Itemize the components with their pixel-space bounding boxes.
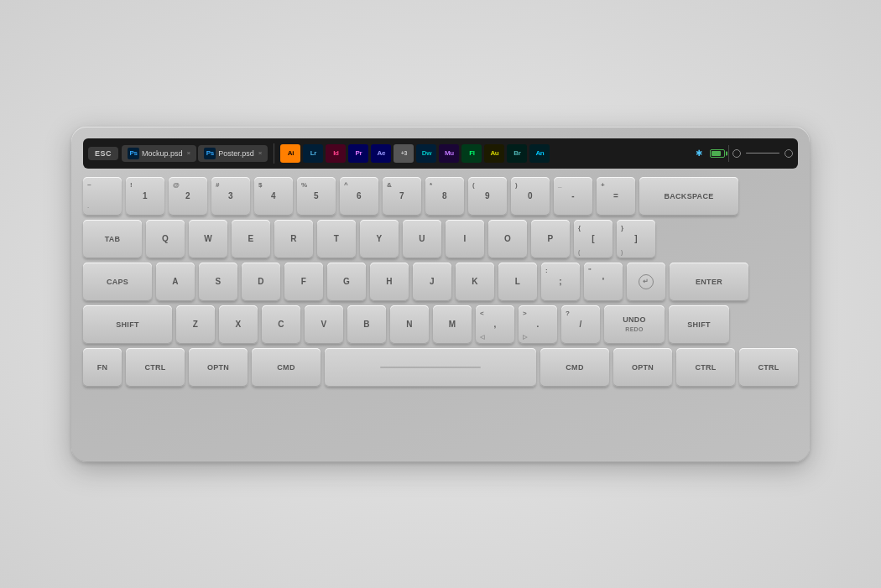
key-1[interactable]: !1	[126, 177, 164, 216]
key-optn-left[interactable]: OPTN	[189, 348, 248, 387]
app-flash-icon[interactable]: Fl	[461, 144, 482, 163]
esc-key[interactable]: ESC	[88, 147, 118, 160]
photoshop-icon: Ps	[128, 148, 139, 159]
tab-label: Mockup.psd	[142, 149, 183, 158]
tb-separator	[728, 145, 729, 162]
app-more-icon[interactable]: +3	[394, 144, 414, 163]
key-0[interactable]: )0	[511, 177, 550, 216]
key-u[interactable]: U	[403, 220, 441, 258]
enter-circle-icon: ↵	[639, 274, 654, 289]
key-ctrl-left[interactable]: CTRL	[126, 348, 185, 387]
app-lightroom-icon[interactable]: Lr	[303, 144, 323, 163]
divider	[274, 143, 274, 164]
app-animate-icon[interactable]: An	[529, 144, 550, 163]
a-row: CAPS A S D F G H J K L :; "' ↵ ENTER	[83, 263, 798, 301]
key-2[interactable]: @2	[169, 177, 207, 216]
brightness-controls	[732, 149, 793, 158]
key-comma[interactable]: <,◁	[476, 305, 514, 344]
key-tab[interactable]: TAB	[83, 220, 142, 258]
key-x[interactable]: X	[219, 305, 258, 344]
app-indesign-icon[interactable]: Id	[326, 144, 346, 163]
key-bracket-close[interactable]: }])	[617, 220, 655, 258]
keyboard: ESC Ps Mockup.psd × Ps Poster.psd × Ai L…	[71, 127, 810, 462]
key-8[interactable]: *8	[425, 177, 464, 216]
app-muse-icon[interactable]: Mu	[439, 144, 459, 163]
key-3[interactable]: #3	[211, 177, 250, 216]
key-ctrl-right[interactable]: CTRL	[676, 348, 735, 387]
key-s[interactable]: S	[199, 263, 237, 301]
key-semicolon[interactable]: :;	[541, 263, 580, 301]
key-circle-enter[interactable]: ↵	[627, 263, 665, 301]
bottom-row: FN CTRL OPTN CMD CMD OPTN CTRL CTRL	[83, 348, 798, 387]
key-bracket-open[interactable]: {[(	[574, 220, 613, 258]
key-m[interactable]: M	[433, 305, 472, 344]
key-fn[interactable]: FN	[83, 348, 122, 387]
key-shift-right[interactable]: SHIFT	[669, 305, 729, 344]
key-enter[interactable]: ENTER	[670, 263, 748, 301]
key-cmd-left[interactable]: CMD	[252, 348, 321, 387]
key-p[interactable]: P	[531, 220, 570, 258]
key-l[interactable]: L	[498, 263, 537, 301]
key-5[interactable]: %5	[297, 177, 336, 216]
key-b[interactable]: B	[347, 305, 386, 344]
key-4[interactable]: $4	[254, 177, 293, 216]
tab-label-2: Poster.psd	[218, 149, 254, 158]
key-minus[interactable]: _-	[554, 177, 592, 216]
app-illustrator-icon[interactable]: Ai	[280, 144, 300, 163]
key-t[interactable]: T	[317, 220, 356, 258]
key-backspace[interactable]: BACKSPACE	[639, 177, 738, 216]
key-f[interactable]: F	[284, 263, 323, 301]
key-k[interactable]: K	[456, 263, 494, 301]
battery-icon	[710, 149, 725, 158]
key-shift-left[interactable]: SHIFT	[83, 305, 172, 344]
key-a[interactable]: A	[156, 263, 195, 301]
key-9[interactable]: (9	[468, 177, 507, 216]
z-row: SHIFT Z X C V B N M <,◁ >.▷ ?/ UNDOREDO …	[83, 305, 798, 344]
key-slash[interactable]: ?/	[561, 305, 600, 344]
key-r[interactable]: R	[274, 220, 313, 258]
key-equals[interactable]: +=	[597, 177, 635, 216]
key-o[interactable]: O	[488, 220, 527, 258]
key-7[interactable]: &7	[383, 177, 421, 216]
app-bridge-icon[interactable]: Br	[507, 144, 527, 163]
key-cmd-right[interactable]: CMD	[540, 348, 609, 387]
key-g[interactable]: G	[327, 263, 366, 301]
key-i[interactable]: I	[446, 220, 484, 258]
brightness-max-icon[interactable]	[785, 149, 793, 158]
key-d[interactable]: D	[242, 263, 280, 301]
key-n[interactable]: N	[390, 305, 429, 344]
app-audition-icon[interactable]: Au	[484, 144, 504, 163]
key-undo[interactable]: UNDOREDO	[604, 305, 665, 344]
close-tab-2-icon[interactable]: ×	[258, 149, 263, 157]
touch-bar-tabs: Ps Mockup.psd × Ps Poster.psd ×	[122, 145, 268, 162]
close-tab-icon[interactable]: ×	[187, 149, 191, 157]
key-c[interactable]: C	[262, 305, 300, 344]
key-6[interactable]: ^6	[340, 177, 378, 216]
app-aftereffects-icon[interactable]: Ae	[371, 144, 391, 163]
key-optn-right[interactable]: OPTN	[613, 348, 672, 387]
key-z[interactable]: Z	[176, 305, 215, 344]
key-e[interactable]: E	[232, 220, 270, 258]
touch-bar-right: ✱	[693, 148, 725, 159]
tab-poster[interactable]: Ps Poster.psd ×	[198, 145, 268, 162]
key-ctrl-far-right[interactable]: CTRL	[739, 348, 798, 387]
key-v[interactable]: V	[305, 305, 343, 344]
brightness-slider[interactable]	[746, 153, 779, 154]
key-quote[interactable]: "'	[584, 263, 623, 301]
key-q[interactable]: Q	[146, 220, 185, 258]
key-period[interactable]: >.▷	[519, 305, 557, 344]
brightness-min-icon[interactable]	[732, 149, 741, 158]
key-caps[interactable]: CAPS	[83, 263, 152, 301]
spacebar-line	[380, 367, 481, 368]
tab-mockup[interactable]: Ps Mockup.psd ×	[122, 145, 196, 162]
key-space[interactable]	[325, 348, 536, 387]
app-dreamweaver-icon[interactable]: Dw	[416, 144, 436, 163]
app-icons: Ai Lr Id Pr Ae +3 Dw Mu Fl Au Br An	[280, 144, 550, 163]
key-w[interactable]: W	[189, 220, 227, 258]
app-premiere-icon[interactable]: Pr	[348, 144, 368, 163]
battery-fill	[712, 151, 721, 156]
key-tilde[interactable]: ~`	[83, 177, 122, 216]
key-j[interactable]: J	[413, 263, 451, 301]
key-y[interactable]: Y	[360, 220, 399, 258]
key-h[interactable]: H	[370, 263, 409, 301]
